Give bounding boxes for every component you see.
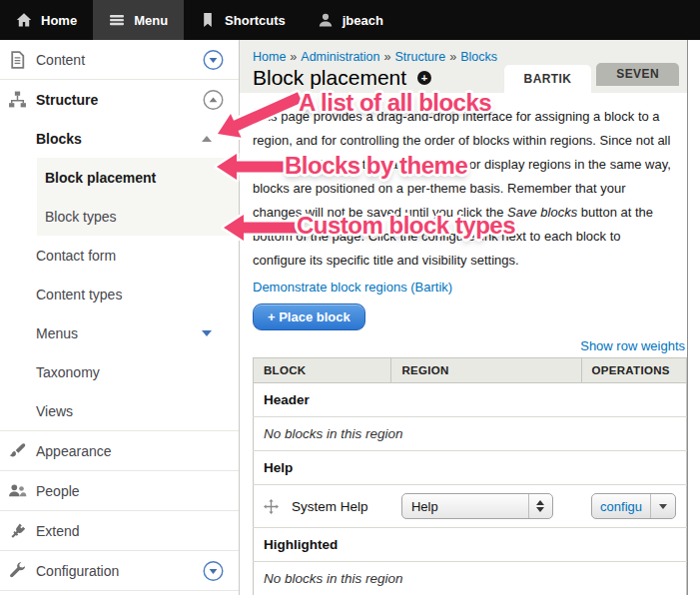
sidebar-item-label: Contact form [0, 248, 116, 264]
block-label: System Help [292, 499, 368, 514]
description-text: This page provides a drag-and-drop inter… [253, 109, 671, 220]
sidebar-item-menus[interactable]: Menus [0, 313, 239, 352]
expand-caret-icon[interactable] [202, 330, 212, 336]
empty-region-message: No blocks in this region [254, 562, 687, 595]
sidebar-item-label: Views [0, 403, 73, 419]
theme-tabs: BARTIK SEVEN [504, 63, 679, 93]
collapse-toggle-icon[interactable] [203, 49, 224, 70]
sidebar-item-content[interactable]: Content [0, 40, 239, 79]
page-title: Block placement [253, 65, 406, 91]
place-block-button[interactable]: + Place block [253, 303, 365, 330]
structure-icon [8, 90, 27, 109]
admin-menu-sidebar: Content Structure Blocks Block placement… [0, 40, 240, 595]
home-icon [16, 12, 32, 28]
select-stepper-icon [528, 494, 552, 518]
block-row-system-help: System Help Help configu [254, 485, 687, 528]
blocks-table: BLOCK REGION OPERATIONS Header No blocks… [253, 357, 687, 595]
region-select-value: Help [402, 494, 528, 518]
table-header-row: BLOCK REGION OPERATIONS [254, 358, 687, 383]
toolbar-item-label: Menu [134, 13, 168, 28]
sidebar-item-label: Menus [0, 325, 78, 341]
collapse-toggle-icon[interactable] [203, 560, 224, 581]
sidebar-item-people[interactable]: People [0, 470, 239, 510]
sidebar-item-block-placement[interactable]: Block placement [37, 158, 239, 197]
user-icon [318, 12, 334, 28]
region-name: Help [254, 451, 687, 485]
region-name: Header [254, 383, 687, 417]
toolbar-item-label: Home [41, 13, 77, 28]
toolbar-item-shortcuts[interactable]: Shortcuts [184, 0, 302, 40]
breadcrumb-separator: » [384, 50, 391, 64]
toolbar-item-home[interactable]: Home [0, 0, 93, 40]
breadcrumb-link-home[interactable]: Home [253, 50, 286, 64]
content-icon [8, 50, 27, 69]
sidebar-item-appearance[interactable]: Appearance [0, 430, 239, 470]
toolbar-item-menu[interactable]: Menu [93, 0, 184, 40]
save-blocks-emphasis: Save blocks [507, 205, 577, 220]
tab-seven[interactable]: SEVEN [596, 63, 679, 86]
move-handle-icon[interactable] [264, 499, 279, 514]
sidebar-item-label: Content types [0, 287, 122, 302]
region-name: Highlighted [254, 528, 687, 562]
sidebar-item-contact-form[interactable]: Contact form [0, 236, 239, 275]
region-row-help: Help [254, 451, 687, 485]
add-shortcut-icon[interactable]: + [417, 71, 431, 85]
column-header-region[interactable]: REGION [391, 358, 581, 383]
sidebar-item-views[interactable]: Views [0, 391, 239, 430]
breadcrumb-link-structure[interactable]: Structure [394, 50, 445, 64]
show-row-weights-link[interactable]: Show row weights [240, 338, 685, 353]
configuration-icon [8, 561, 27, 580]
toolbar-item-label: jbeach [343, 13, 383, 28]
menu-icon [109, 12, 125, 28]
collapse-toggle-icon[interactable] [203, 89, 224, 110]
breadcrumb: Home»Administration»Structure»Blocks [240, 40, 687, 64]
toolbar-item-label: Shortcuts [225, 13, 286, 28]
column-header-block[interactable]: BLOCK [254, 358, 391, 383]
breadcrumb-link-administration[interactable]: Administration [301, 50, 379, 64]
column-header-operations[interactable]: OPERATIONS [581, 358, 686, 383]
region-select[interactable]: Help [401, 493, 553, 519]
drupal-admin-page: { "colors": { "toolbar_bg": "#0d0d0d", "… [0, 0, 700, 595]
configure-button[interactable]: configu [592, 494, 650, 518]
collapse-caret-icon[interactable] [202, 136, 212, 142]
operations-dropbutton: configu [591, 493, 676, 519]
toolbar-item-user[interactable]: jbeach [302, 0, 399, 40]
page-header: Home»Administration»Structure»Blocks Blo… [240, 40, 687, 93]
sidebar-item-label: Block placement [37, 170, 156, 186]
sidebar-item-label: Block types [37, 209, 117, 225]
breadcrumb-separator: » [449, 50, 456, 64]
shortcuts-icon [200, 12, 216, 28]
empty-region-row: No blocks in this region [254, 417, 687, 451]
region-row-highlighted: Highlighted [254, 528, 687, 562]
sidebar-item-taxonomy[interactable]: Taxonomy [0, 352, 239, 391]
page-description: This page provides a drag-and-drop inter… [253, 105, 674, 273]
breadcrumb-separator: » [290, 50, 297, 64]
admin-toolbar: Home Menu Shortcuts jbeach [0, 0, 700, 40]
sidebar-item-extend[interactable]: Extend [0, 510, 239, 550]
sidebar-item-label: Blocks [0, 131, 82, 147]
empty-region-message: No blocks in this region [254, 417, 687, 451]
sidebar-item-block-types[interactable]: Block types [37, 197, 239, 236]
appearance-icon [8, 441, 27, 460]
breadcrumb-link-blocks[interactable]: Blocks [460, 50, 497, 64]
sidebar-item-content-types[interactable]: Content types [0, 275, 239, 313]
sidebar-item-configuration[interactable]: Configuration [0, 550, 239, 591]
region-row-header: Header [254, 383, 687, 417]
sidebar-item-label: Taxonomy [0, 364, 100, 380]
tab-bartik[interactable]: BARTIK [504, 65, 592, 93]
people-icon [8, 481, 27, 500]
sidebar-item-blocks[interactable]: Blocks [0, 119, 239, 158]
empty-region-row: No blocks in this region [254, 562, 687, 595]
sidebar-item-structure[interactable]: Structure [0, 79, 239, 119]
demonstrate-block-regions-link[interactable]: Demonstrate block regions (Bartik) [253, 280, 452, 295]
dropdown-caret-icon[interactable] [650, 494, 675, 518]
main-content: Home»Administration»Structure»Blocks Blo… [240, 40, 688, 595]
extend-icon [8, 521, 27, 540]
